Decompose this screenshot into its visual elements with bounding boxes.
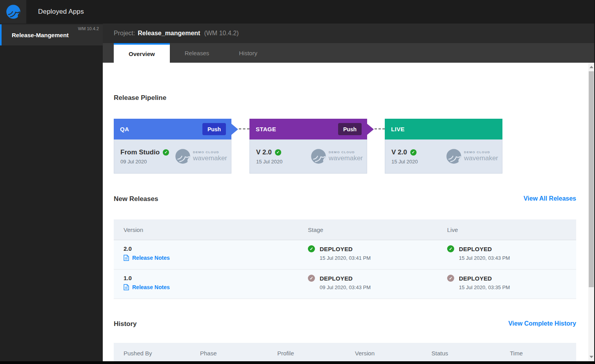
version-cell: 2.0 Release Notes (124, 245, 170, 261)
project-header-bar: Project: Release_mangement (WM 10.4.2) (103, 24, 595, 43)
column-version: Version (124, 219, 143, 240)
column-stage: Stage (308, 219, 323, 240)
deployed-check-icon (308, 275, 315, 282)
history-table: Pushed By Phase Profile Version Status T… (114, 343, 576, 364)
demo-cloud-label: DEMO CLOUD (464, 150, 498, 154)
sidebar-item-release-management[interactable]: Release-Mangement WM 10.4.2 (0, 24, 103, 45)
live-stage-name: LIVE (391, 126, 405, 132)
version-cell: 1.0 Release Notes (124, 275, 170, 290)
wavemaker-wave-icon (175, 148, 191, 164)
window-bottom-edge (0, 361, 595, 364)
new-releases-heading: New Releases (114, 195, 158, 203)
stage-version-line: V 2.0 (256, 148, 282, 156)
qa-success-check-icon (163, 149, 169, 156)
sidebar-project-name: Release-Mangement (12, 32, 69, 38)
pipeline-card-live: LIVE V 2.0 15 Jul 2020 (385, 119, 502, 174)
wavemaker-label: wavemaker (329, 154, 363, 162)
stage-date: 15 Jul 2020 (256, 159, 282, 165)
vertical-scrollbar[interactable] (588, 63, 594, 361)
demo-cloud-label: DEMO CLOUD (193, 150, 227, 154)
qa-version-line: From Studio (120, 148, 169, 156)
document-icon (124, 284, 129, 290)
top-app-bar: Deployed Apps (0, 0, 595, 24)
stage-version: V 2.0 (256, 148, 272, 156)
column-live: Live (447, 219, 458, 240)
stage-stage-name: STAGE (256, 126, 276, 132)
pipeline-card-stage: STAGE Push V 2.0 15 Jul 2020 (249, 119, 367, 174)
wavemaker-label: wavemaker (464, 154, 498, 162)
stage-arrow-icon (367, 123, 374, 135)
deploy-time: 09 Jul 2020, 03:43 PM (320, 284, 371, 290)
wavemaker-wave-icon (446, 148, 462, 164)
qa-arrow-icon (231, 123, 238, 135)
qa-date: 09 Jul 2020 (120, 159, 169, 165)
sidebar-project-version: WM 10.4.2 (78, 26, 99, 31)
scroll-up-arrow-icon[interactable] (590, 66, 593, 68)
qa-demo-cloud-watermark: DEMO CLOUD wavemaker (175, 148, 227, 164)
wavemaker-label: wavemaker (193, 154, 227, 162)
live-demo-cloud-watermark: DEMO CLOUD wavemaker (446, 148, 498, 164)
release-notes-label: Release Notes (132, 284, 170, 290)
new-releases-table-header: Version Stage Live (114, 219, 576, 240)
live-card-header: LIVE (385, 119, 502, 139)
tab-history[interactable]: History (224, 43, 272, 63)
qa-version: From Studio (120, 148, 160, 156)
wavemaker-logo[interactable] (0, 0, 26, 24)
column-version: Version (355, 343, 375, 364)
qa-card-header: QA Push (114, 119, 231, 139)
deploy-time: 15 Jul 2020, 03:41 PM (320, 255, 371, 261)
deploy-time: 15 Jul 2020, 03:35 PM (459, 284, 510, 290)
tab-overview[interactable]: Overview (114, 43, 170, 63)
scrollbar-thumb[interactable] (589, 71, 594, 287)
release-notes-label: Release Notes (132, 255, 170, 261)
version-number: 1.0 (124, 275, 170, 281)
view-all-releases-link[interactable]: View All Releases (524, 195, 576, 202)
pipeline-connector-dashed (375, 129, 385, 129)
deployed-check-icon (447, 245, 454, 252)
table-row: 1.0 Release Notes DEPLOYED (114, 270, 576, 299)
deployed-check-icon (447, 275, 454, 282)
live-version: V 2.0 (391, 148, 407, 156)
column-profile: Profile (277, 343, 294, 364)
release-pipeline-heading: Release Pipeline (114, 94, 166, 102)
pipeline-card-qa: QA Push From Studio 09 Jul 2020 (114, 119, 231, 174)
pipeline-cards-row: QA Push From Studio 09 Jul 2020 (114, 119, 584, 174)
column-phase: Phase (200, 343, 217, 364)
release-notes-link[interactable]: Release Notes (124, 284, 170, 290)
stage-demo-cloud-watermark: DEMO CLOUD wavemaker (311, 148, 363, 164)
sidebar: Release-Mangement WM 10.4.2 (0, 24, 103, 364)
stage-cell: DEPLOYED 15 Jul 2020, 03:41 PM (308, 245, 371, 261)
history-heading: History (114, 320, 137, 328)
deploy-status: DEPLOYED (459, 246, 492, 252)
deploy-status: DEPLOYED (320, 275, 353, 282)
deploy-time: 15 Jul 2020, 03:43 PM (459, 255, 510, 261)
release-notes-link[interactable]: Release Notes (124, 255, 170, 261)
wavemaker-wave-icon (6, 4, 21, 19)
stage-success-check-icon (275, 149, 281, 156)
qa-push-button[interactable]: Push (202, 123, 226, 135)
overview-content: Release Pipeline QA Push From Studio 09 … (103, 63, 595, 364)
qa-card-body: From Studio 09 Jul 2020 D (114, 139, 231, 174)
stage-push-button[interactable]: Push (338, 123, 362, 135)
pipeline-connector-dashed (239, 129, 249, 129)
view-complete-history-link[interactable]: View Complete History (508, 320, 576, 327)
stage-cell: DEPLOYED 09 Jul 2020, 03:43 PM (308, 275, 371, 290)
column-pushed-by: Pushed By (124, 343, 152, 364)
tab-releases[interactable]: Releases (170, 43, 224, 63)
scroll-down-arrow-icon[interactable] (590, 356, 593, 358)
deploy-status: DEPLOYED (320, 246, 353, 252)
project-name: Release_mangement (138, 30, 200, 37)
history-table-header: Pushed By Phase Profile Version Status T… (114, 343, 576, 364)
live-version-line: V 2.0 (391, 148, 418, 156)
main-area: Project: Release_mangement (WM 10.4.2) O… (103, 24, 595, 364)
table-row: 2.0 Release Notes DEPLOYED (114, 240, 576, 270)
stage-card-header: STAGE Push (249, 119, 367, 139)
live-date: 15 Jul 2020 (391, 159, 418, 165)
qa-stage-name: QA (120, 126, 129, 132)
deploy-status: DEPLOYED (459, 275, 492, 282)
column-status: Status (431, 343, 448, 364)
project-version: (WM 10.4.2) (204, 30, 238, 37)
live-cell: DEPLOYED 15 Jul 2020, 03:35 PM (447, 275, 510, 290)
live-card-body: V 2.0 15 Jul 2020 DEMO CL (385, 139, 502, 174)
live-success-check-icon (410, 149, 417, 156)
